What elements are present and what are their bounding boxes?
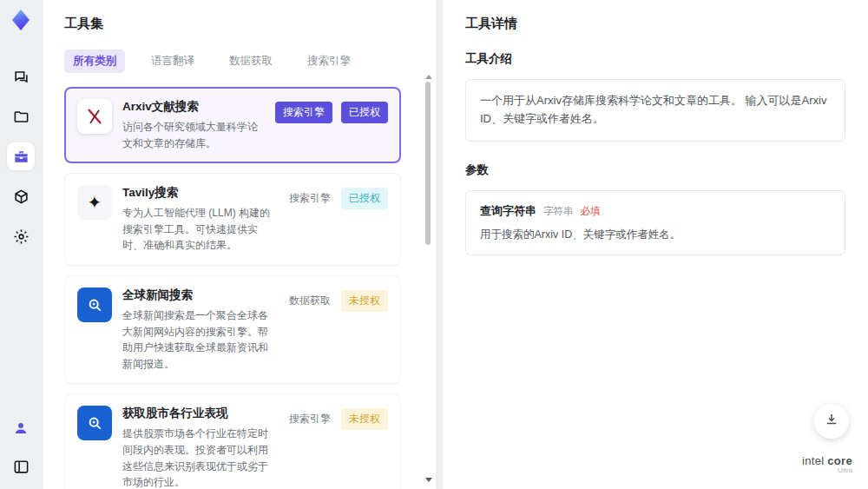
tool-name: 获取股市各行业表现 [122, 406, 277, 421]
tab-all-categories[interactable]: 所有类别 [64, 50, 125, 73]
search-app-icon [77, 287, 112, 322]
chat-icon [13, 69, 30, 85]
param-required-flag: 必填 [581, 205, 601, 218]
person-icon [13, 420, 29, 436]
tool-name: Arxiv文献搜索 [122, 99, 265, 115]
sidebar-item-models[interactable] [7, 182, 35, 210]
tab-data-fetch[interactable]: 数据获取 [220, 50, 281, 73]
tool-list-panel: 工具集 所有类别 语言翻译 数据获取 搜索引擎 Arxiv文献搜索 访问各个研究… [43, 0, 436, 489]
param-card: 查询字符串 字符串 必填 用于搜索的Arxiv ID、关键字或作者姓名。 [465, 190, 845, 255]
intro-text: 一个用于从Arxiv存储库搜索科学论文和文章的工具。 输入可以是Arxiv ID… [465, 79, 845, 142]
logo-diamond-icon [12, 10, 30, 30]
sidebar-item-settings[interactable] [7, 222, 35, 250]
intel-ultra-text: Ultra [802, 467, 852, 475]
status-badge: 已授权 [341, 102, 388, 123]
gear-icon [13, 228, 30, 245]
sidebar-item-chat[interactable] [7, 63, 35, 90]
cube-icon [13, 188, 30, 205]
category-tabs: 所有类别 语言翻译 数据获取 搜索引擎 [64, 50, 415, 73]
sidebar-item-toolbox[interactable] [7, 142, 35, 170]
tool-desc: 访问各个研究领域大量科学论文和文章的存储库。 [122, 119, 265, 151]
page-title: 工具集 [64, 16, 415, 32]
intel-core-text: core [824, 454, 852, 467]
tab-translation[interactable]: 语言翻译 [142, 50, 203, 73]
param-type: 字符串 [543, 205, 574, 218]
tool-desc: 提供股票市场各个行业在特定时间段内的表现。投资者可以利用这些信息来识别表现优于或… [122, 426, 277, 489]
tool-list: Arxiv文献搜索 访问各个研究领域大量科学论文和文章的存储库。 搜索引擎 已授… [64, 87, 415, 489]
download-button[interactable] [814, 404, 849, 439]
status-badge: 未授权 [341, 290, 388, 312]
tool-name: 全球新闻搜索 [122, 287, 277, 303]
scrollbar-thumb[interactable] [425, 82, 431, 245]
folder-icon [13, 109, 30, 125]
tab-search-engine[interactable]: 搜索引擎 [299, 50, 359, 73]
params-heading: 参数 [465, 162, 845, 178]
intro-heading: 工具介绍 [465, 51, 845, 67]
tool-row-global-news[interactable]: 全球新闻搜索 全球新闻搜索是一个聚合全球各大新闻网站内容的搜索引擎。帮助用户快速… [64, 275, 401, 384]
scrollbar-down-arrow[interactable] [425, 478, 432, 482]
scrollbar-up-arrow[interactable] [425, 75, 432, 79]
status-badge: 未授权 [341, 408, 388, 430]
detail-title: 工具详情 [465, 16, 845, 32]
category-label: 搜索引擎 [287, 408, 332, 430]
download-icon [824, 412, 839, 431]
search-app-icon [77, 406, 112, 440]
intel-core-badge: intel core Ultra [802, 455, 852, 475]
tool-row-arxiv[interactable]: Arxiv文献搜索 访问各个研究领域大量科学论文和文章的存储库。 搜索引擎 已授… [64, 87, 401, 163]
arxiv-icon [77, 99, 112, 134]
app-logo [8, 7, 34, 33]
star-icon: ✦ [77, 185, 112, 220]
category-label: 搜索引擎 [287, 188, 332, 209]
category-badge: 搜索引擎 [275, 102, 332, 123]
list-scrollbar[interactable] [424, 75, 431, 482]
tool-name: Tavily搜索 [122, 185, 277, 201]
status-badge: 已授权 [341, 188, 388, 209]
sidebar-item-profile[interactable] [7, 414, 35, 442]
sidebar-item-folder[interactable] [7, 102, 35, 130]
tool-row-tavily[interactable]: ✦ Tavily搜索 专为人工智能代理 (LLM) 构建的搜索引擎工具。可快速提… [64, 173, 401, 266]
briefcase-icon [13, 149, 30, 165]
tool-detail-panel: 工具详情 工具介绍 一个用于从Arxiv存储库搜索科学论文和文章的工具。 输入可… [443, 0, 868, 489]
category-label: 数据获取 [287, 290, 332, 312]
tool-desc: 全球新闻搜索是一个聚合全球各大新闻网站内容的搜索引擎。帮助用户快速获取全球最新资… [122, 307, 277, 372]
panel-toggle-icon [13, 459, 30, 475]
param-name: 查询字符串 [480, 203, 536, 219]
param-desc: 用于搜索的Arxiv ID、关键字或作者姓名。 [480, 228, 831, 242]
sidebar-item-collapse[interactable] [7, 453, 35, 480]
tool-row-sector-performance[interactable]: 获取股市各行业表现 提供股票市场各个行业在特定时间段内的表现。投资者可以利用这些… [64, 393, 401, 489]
left-rail [0, 0, 42, 489]
tool-desc: 专为人工智能代理 (LLM) 构建的搜索引擎工具。可快速提供实时、准确和真实的结… [122, 205, 277, 254]
intel-logo-text: intel [802, 454, 824, 467]
